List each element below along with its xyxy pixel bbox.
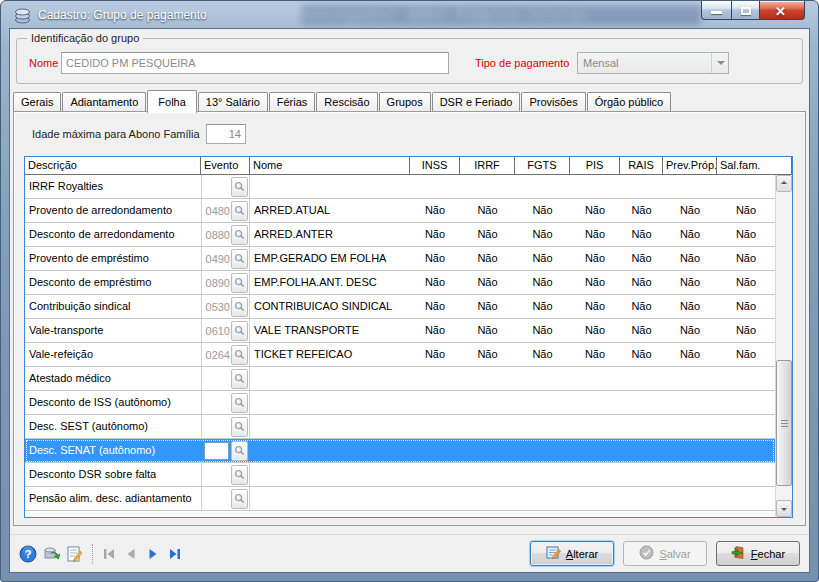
tab-page-folha: Idade máxima para Abono Família Descriçã… — [13, 111, 806, 526]
tab-orgao-publico[interactable]: Órgão público — [587, 92, 672, 112]
event-lookup-button magnifier-icon[interactable] — [231, 345, 248, 365]
scroll-up-button[interactable] — [776, 175, 792, 192]
table-row[interactable]: Atestado médico — [25, 367, 775, 391]
cell-flag-irrf: Não — [460, 199, 515, 222]
table-row[interactable]: Provento de arredondamento0480ARRED.ATUA… — [25, 199, 775, 223]
tipo-pagamento-select[interactable]: Mensal — [577, 52, 729, 74]
cell-descricao: Desconto DSR sobre falta — [25, 463, 201, 486]
table-row[interactable]: Desconto DSR sobre falta — [25, 463, 775, 487]
idade-abono-input[interactable] — [206, 124, 246, 144]
tab-gerais[interactable]: Gerais — [13, 92, 61, 112]
event-lookup-button magnifier-icon[interactable] — [231, 201, 248, 221]
cell-descricao: Vale-transporte — [25, 319, 201, 342]
scroll-thumb[interactable] — [776, 360, 792, 487]
notes-icon[interactable] — [65, 545, 83, 563]
cell-flag-rais: Não — [620, 295, 663, 318]
cell-flag-pis: Não — [570, 295, 620, 318]
cell-flag-prev-prop: Não — [663, 223, 717, 246]
cell-nome — [250, 463, 410, 486]
column-header-fgts: FGTS — [515, 157, 570, 175]
event-lookup-button magnifier-icon[interactable] — [231, 441, 248, 461]
cell-flag-inss: Não — [410, 223, 460, 246]
cell-nome — [250, 367, 410, 390]
cell-flag-pis: Não — [570, 247, 620, 270]
maximize-button[interactable] — [731, 0, 759, 20]
first-record-button first-record-icon[interactable] — [100, 545, 118, 563]
event-lookup-button magnifier-icon[interactable] — [231, 249, 248, 269]
cell-flag-inss — [410, 487, 460, 510]
event-lookup-button magnifier-icon[interactable] — [231, 489, 248, 509]
title-bar[interactable]: Cadastro: Grupo de pagamento Navegador W… — [1, 1, 818, 29]
event-lookup-button magnifier-icon[interactable] — [231, 297, 248, 317]
cell-flag-pis — [570, 391, 620, 414]
cell-flag-irrf: Não — [460, 319, 515, 342]
event-lookup-button magnifier-icon[interactable] — [231, 417, 248, 437]
refresh-icon[interactable] — [42, 545, 60, 563]
table-row[interactable]: Vale-refeição0264TICKET REFEICAONãoNãoNã… — [25, 343, 775, 367]
cell-descricao: Desc. SENAT (autônomo) — [25, 439, 201, 462]
cell-flag-fgts: Não — [515, 271, 570, 294]
cell-descricao: Provento de arredondamento — [25, 199, 201, 222]
previous-record-button previous-record-icon[interactable] — [122, 545, 140, 563]
tab-13-salario[interactable]: 13° Salário — [198, 92, 268, 112]
table-row[interactable]: Contribuição sindical0530CONTRIBUICAO SI… — [25, 295, 775, 319]
cell-descricao: Desconto de empréstimo — [25, 271, 201, 294]
save-check-icon — [639, 545, 654, 562]
cell-flag-pis — [570, 415, 620, 438]
help-icon[interactable]: ? — [19, 545, 37, 563]
tab-provisoes[interactable]: Provisões — [521, 92, 585, 112]
cell-flag-prev-prop: Não — [663, 319, 717, 342]
cell-flag-inss — [410, 463, 460, 486]
tab-dsr-e-feriado[interactable]: DSR e Feriado — [432, 92, 521, 112]
scroll-down-button[interactable] — [776, 500, 792, 517]
cell-flag-irrf: Não — [460, 295, 515, 318]
table-row[interactable]: Desconto de empréstimo0890EMP.FOLHA.ANT.… — [25, 271, 775, 295]
cell-evento — [201, 463, 250, 486]
minimize-button[interactable] — [701, 0, 731, 20]
event-lookup-button magnifier-icon[interactable] — [231, 369, 248, 389]
table-row[interactable]: IRRF Royalties — [25, 175, 775, 199]
cell-flag-inss — [410, 391, 460, 414]
alterar-button[interactable]: Alterar — [530, 541, 614, 566]
table-row[interactable]: Desc. SEST (autônomo) — [25, 415, 775, 439]
event-lookup-button magnifier-icon[interactable] — [231, 177, 248, 197]
cell-flag-irrf — [460, 439, 515, 462]
cell-nome — [250, 391, 410, 414]
nome-input[interactable] — [61, 52, 449, 74]
table-row[interactable]: Desc. SENAT (autônomo) — [25, 439, 775, 463]
event-lookup-button magnifier-icon[interactable] — [231, 321, 248, 341]
grid-vertical-scrollbar[interactable] — [775, 175, 792, 517]
tab-grupos[interactable]: Grupos — [379, 92, 431, 112]
next-record-button next-record-icon[interactable] — [144, 545, 162, 563]
tab-folha[interactable]: Folha — [147, 90, 197, 113]
cell-descricao: Desconto de ISS (autônomo) — [25, 391, 201, 414]
cell-flag-prev-prop: Não — [663, 271, 717, 294]
tab-rescisao[interactable]: Rescisão — [316, 92, 377, 112]
last-record-button last-record-icon[interactable] — [166, 545, 184, 563]
evento-edit-input[interactable] — [204, 442, 229, 460]
fechar-button[interactable]: Fechar — [716, 541, 800, 566]
cell-evento: 0610 — [201, 319, 250, 342]
table-row[interactable]: Vale-transporte0610VALE TRANSPORTENãoNão… — [25, 319, 775, 343]
event-lookup-button magnifier-icon[interactable] — [231, 225, 248, 245]
cell-flag-fgts — [515, 175, 570, 198]
cell-flag-rais — [620, 463, 663, 486]
tab-adiantamento[interactable]: Adiantamento — [62, 92, 146, 112]
cell-flag-sal-fam — [717, 175, 775, 198]
table-row[interactable]: Pensão alim. desc. adiantamento — [25, 487, 775, 511]
table-row[interactable]: Desconto de ISS (autônomo) — [25, 391, 775, 415]
table-row[interactable]: Desconto de arredondamento0880ARRED.ANTE… — [25, 223, 775, 247]
cell-flag-inss — [410, 415, 460, 438]
cell-flag-prev-prop — [663, 439, 717, 462]
table-row[interactable]: Provento de empréstimo0490EMP.GERADO EM … — [25, 247, 775, 271]
event-lookup-button magnifier-icon[interactable] — [231, 273, 248, 293]
tab-ferias[interactable]: Férias — [269, 92, 316, 112]
cell-flag-sal-fam — [717, 391, 775, 414]
minimize-icon — [711, 11, 722, 14]
cell-flag-fgts: Não — [515, 295, 570, 318]
event-lookup-button magnifier-icon[interactable] — [231, 393, 248, 413]
event-lookup-button magnifier-icon[interactable] — [231, 465, 248, 485]
close-button[interactable]: ✕ — [759, 0, 805, 20]
cell-flag-rais: Não — [620, 247, 663, 270]
salvar-button[interactable]: Salvar — [623, 541, 707, 566]
